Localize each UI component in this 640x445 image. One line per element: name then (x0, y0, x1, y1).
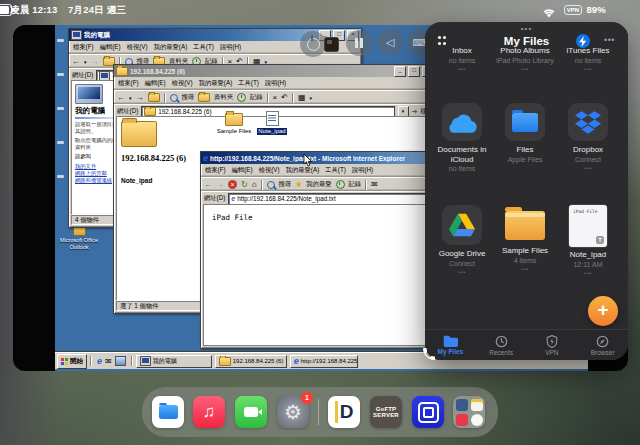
add-button[interactable]: + (588, 296, 618, 326)
gear-icon: ⚙ (284, 400, 302, 424)
undo-button[interactable]: ↶ (281, 93, 288, 103)
menu-edit[interactable]: 編輯(E) (232, 166, 253, 175)
menu-view[interactable]: 檢視(V) (172, 79, 193, 88)
refresh-button[interactable]: ↻ (241, 180, 248, 190)
menu-tools[interactable]: 工具(T) (193, 43, 214, 52)
phone-icon[interactable] (421, 346, 437, 366)
address-icon (144, 107, 156, 116)
dock-music-app[interactable]: ♫ (193, 396, 225, 428)
dock-facetime-app[interactable] (235, 396, 267, 428)
tab-browser[interactable]: Browser (577, 330, 628, 360)
search-button[interactable]: 搜尋 (182, 93, 195, 102)
dock-settings-app[interactable]: ⚙ 1 (277, 396, 309, 428)
start-button[interactable]: 開始 (57, 354, 87, 369)
menu-view[interactable]: 檢視(V) (259, 166, 280, 175)
back-button[interactable]: ← (204, 180, 212, 190)
ie-icon: e (203, 154, 208, 163)
menu-edit[interactable]: 編輯(E) (100, 43, 121, 52)
item-photo-albums[interactable]: Photo AlbumsiPad Photo Library••• (494, 46, 556, 74)
menu-file[interactable]: 檔案(F) (118, 79, 139, 88)
tab-vpn[interactable]: VPN (527, 330, 578, 360)
back-button[interactable]: ← (72, 57, 80, 67)
history-icon (336, 180, 345, 189)
ie-quicklaunch-icon[interactable]: e (97, 357, 102, 366)
menu-help[interactable]: 說明(H) (352, 166, 373, 175)
forward-button[interactable]: → (216, 180, 224, 190)
file-sample-files[interactable]: Sample Files (214, 113, 254, 135)
mail-quicklaunch-icon[interactable]: ✉ (105, 357, 112, 366)
menu-help[interactable]: 說明(H) (265, 79, 286, 88)
icloud-icon (442, 103, 482, 141)
music-note-icon: ♫ (203, 402, 216, 422)
desktop-icon-label-fragment (57, 73, 64, 76)
menu-tools[interactable]: 工具(T) (238, 79, 259, 88)
menu-file[interactable]: 檔案(F) (73, 43, 94, 52)
item-documents-in-icloud[interactable]: Documents in iCloudno items (431, 103, 493, 173)
item-dropbox[interactable]: DropboxConnect••• (557, 103, 619, 173)
taskbar-task-my-computer[interactable]: 我的電腦 (136, 355, 212, 368)
ftp-menubar: 檔案(F) 編輯(E) 檢視(V) 我的最愛(A) 工具(T) 說明(H) (114, 77, 436, 90)
tab-recents[interactable]: Recents (476, 330, 527, 360)
search-icon (170, 94, 178, 102)
menu-favorites[interactable]: 我的最愛(A) (154, 43, 188, 52)
back-triangle-icon: ◁ (386, 36, 394, 49)
item-inbox[interactable]: Inboxno items••• (431, 46, 493, 74)
home-button[interactable]: ⌂ (252, 180, 257, 190)
delete-button[interactable]: × (273, 93, 278, 103)
show-desktop-icon[interactable] (115, 356, 126, 366)
sample-files-folder-icon (505, 211, 545, 240)
maximize-button[interactable]: □ (408, 66, 420, 77)
back-button[interactable]: ← (117, 93, 125, 103)
ftp-title: 192.168.84.225 (6) (130, 68, 392, 75)
video-camera-icon (244, 407, 258, 417)
back-dropdown[interactable]: ▾ (84, 57, 87, 67)
menu-edit[interactable]: 編輯(E) (145, 79, 166, 88)
vpn-badge: VPN (564, 5, 582, 15)
item-note-ipad[interactable]: iPad File T Note_ipad12:11 AM••• (557, 205, 619, 278)
more-button[interactable]: ••• (604, 35, 615, 45)
file-note-ipad[interactable]: Note_ipad (252, 111, 292, 135)
views-dropdown[interactable]: ▾ (310, 95, 313, 101)
folder-icon (225, 113, 243, 126)
taskbar-task-ftp[interactable]: 192.168.84.225 (6) (215, 355, 287, 368)
ftp-toolbar: ←▾ → 搜尋 資料夾 記錄 × ↶ ▦▾ (114, 90, 436, 104)
panel-drag-handle[interactable]: ••• (425, 24, 628, 33)
dock-documents-app[interactable]: D (328, 396, 360, 428)
search-button[interactable]: 搜尋 (279, 180, 292, 189)
history-button[interactable]: 記錄 (349, 180, 362, 189)
menu-help[interactable]: 說明(H) (220, 43, 241, 52)
dock-app-library[interactable] (453, 396, 485, 428)
menu-favorites[interactable]: 我的最愛(A) (199, 79, 233, 88)
item-itunes-files[interactable]: iTunes Filesno items••• (557, 46, 619, 74)
folders-button[interactable]: 資料夾 (214, 93, 233, 102)
minimize-button[interactable]: _ (394, 66, 406, 77)
back-dropdown[interactable]: ▾ (129, 95, 132, 101)
favorites-button[interactable]: 我的最愛 (306, 180, 331, 189)
forward-button[interactable]: → (91, 57, 99, 67)
dock-remote-app[interactable] (412, 396, 444, 428)
menu-tools[interactable]: 工具(T) (325, 166, 346, 175)
item-sample-files[interactable]: Sample Files4 items••• (494, 205, 556, 274)
big-folder-graphic (121, 121, 157, 147)
item-google-drive[interactable]: Google DriveConnect••• (431, 205, 493, 277)
dock-files-app[interactable] (152, 396, 184, 428)
stop-button[interactable]: × (228, 180, 237, 189)
item-files[interactable]: FilesApple Files (494, 103, 556, 164)
mail-button[interactable]: ✉ (371, 180, 378, 190)
history-button[interactable]: 記錄 (250, 93, 263, 102)
views-button[interactable]: ▦ (298, 93, 306, 103)
taskbar-task-ie[interactable]: ehttp://192.168.84.225/N... (290, 355, 358, 368)
ftp-titlebar[interactable]: 192.168.84.225 (6) _ □ × (114, 65, 436, 77)
power-button[interactable] (300, 31, 326, 57)
menu-view[interactable]: 檢視(V) (127, 43, 148, 52)
forward-button[interactable]: → (136, 93, 144, 103)
session-thumbnail-button[interactable] (324, 37, 339, 52)
dock-goftp-app[interactable]: GoFTPSERVER (370, 396, 402, 428)
up-folder-button[interactable] (148, 93, 160, 102)
power-icon (307, 38, 320, 51)
menu-file[interactable]: 檔案(F) (205, 166, 226, 175)
google-drive-icon (442, 205, 482, 245)
pause-button[interactable] (346, 30, 372, 56)
back-control-button[interactable]: ◁ (377, 29, 403, 55)
clock-icon (495, 335, 508, 348)
